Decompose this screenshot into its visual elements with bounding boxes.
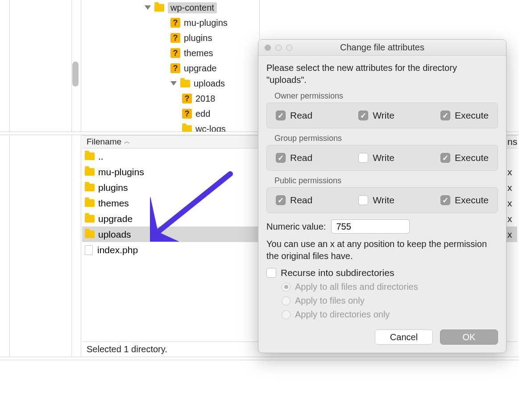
folder-icon	[180, 80, 190, 87]
recurse-checkbox[interactable]	[266, 268, 276, 278]
radio-icon	[282, 283, 291, 292]
expander-icon[interactable]	[145, 5, 151, 10]
execute-checkbox[interactable]	[440, 195, 450, 205]
write-label: Write	[373, 152, 394, 163]
folder-icon	[85, 168, 95, 176]
radio-label: Apply to all files and directories	[295, 282, 418, 292]
recurse-radio: Apply to all files and directories	[282, 282, 498, 292]
read-checkbox[interactable]	[276, 153, 286, 163]
execute-label: Execute	[455, 195, 489, 206]
folder-icon	[85, 152, 95, 160]
execute-checkbox-row[interactable]: Execute	[440, 110, 489, 121]
radio-icon	[282, 310, 291, 319]
file-icon	[85, 245, 93, 255]
read-checkbox[interactable]	[276, 111, 286, 120]
write-checkbox-row[interactable]: Write	[358, 195, 394, 206]
write-label: Write	[373, 195, 394, 206]
write-label: Write	[373, 110, 394, 121]
permission-group-label: Public permissions	[274, 176, 498, 185]
unknown-icon: ?	[170, 18, 180, 28]
read-checkbox-row[interactable]: Read	[276, 195, 312, 206]
radio-icon	[282, 296, 291, 305]
tree-item-label: mu-plugins	[184, 18, 228, 28]
tree-item[interactable]: ?edd	[82, 106, 259, 121]
tree-item[interactable]: ?upgrade	[82, 61, 259, 76]
write-checkbox[interactable]	[358, 111, 368, 120]
truncated-cell: x	[506, 211, 519, 226]
unknown-icon: ?	[170, 33, 180, 43]
dialog-instruction: Please select the new attributes for the…	[266, 62, 498, 86]
folder-icon	[85, 184, 95, 191]
expander-icon[interactable]	[170, 81, 177, 86]
list-item-label: plugins	[98, 182, 128, 193]
execute-label: Execute	[455, 152, 489, 163]
execute-label: Execute	[455, 110, 489, 121]
left-gutter	[0, 0, 10, 357]
radio-label: Apply to files only	[295, 296, 365, 306]
folder-icon	[85, 231, 95, 238]
truncated-cell	[506, 242, 519, 258]
tree-item[interactable]: ?plugins	[82, 30, 259, 45]
execute-checkbox-row[interactable]: Execute	[440, 152, 489, 163]
right-col-header: ns	[506, 135, 519, 148]
maximize-icon	[286, 45, 292, 51]
permission-group: ReadWriteExecute	[266, 145, 498, 171]
tree-item-label: themes	[184, 48, 213, 58]
tree-item-label: uploads	[194, 78, 225, 89]
numeric-value-label: Numeric value:	[266, 222, 326, 232]
bottom-splitter[interactable]	[0, 357, 519, 360]
splitter-gutter[interactable]	[71, 0, 81, 357]
directory-tree[interactable]: wp-content?mu-plugins?plugins?themes?upg…	[82, 0, 260, 132]
truncated-cell: x	[506, 195, 519, 211]
list-item-label: mu-plugins	[98, 167, 144, 177]
read-label: Read	[290, 152, 312, 163]
list-item-label: ..	[98, 151, 104, 162]
tree-item-label: plugins	[184, 33, 212, 43]
scrollbar-thumb[interactable]	[72, 62, 79, 86]
list-item-label: index.php	[97, 245, 138, 255]
write-checkbox-row[interactable]: Write	[358, 110, 394, 121]
tree-item[interactable]: ?mu-plugins	[82, 15, 259, 30]
write-checkbox[interactable]	[358, 153, 368, 163]
radio-label: Apply to directories only	[295, 309, 390, 320]
dialog-titlebar[interactable]: Change file attributes	[258, 40, 506, 56]
unknown-icon: ?	[170, 48, 180, 58]
recurse-checkbox-row[interactable]: Recurse into subdirectories	[266, 268, 498, 278]
read-checkbox-row[interactable]: Read	[276, 152, 312, 163]
tree-item-label: edd	[195, 109, 210, 119]
write-checkbox-row[interactable]: Write	[358, 152, 394, 163]
truncated-cell: x	[506, 226, 519, 242]
unknown-icon: ?	[170, 63, 180, 73]
recurse-label: Recurse into subdirectories	[281, 268, 394, 278]
change-file-attributes-dialog: Change file attributes Please select the…	[258, 39, 507, 353]
tree-item[interactable]: ?themes	[82, 45, 259, 61]
numeric-value-input[interactable]	[331, 219, 410, 234]
folder-icon	[85, 199, 95, 207]
write-checkbox[interactable]	[358, 195, 368, 205]
list-item-label: themes	[98, 198, 129, 209]
column-header-label: Filename	[87, 137, 121, 147]
close-icon[interactable]	[265, 45, 271, 51]
cancel-button[interactable]: Cancel	[375, 329, 433, 345]
read-checkbox[interactable]	[276, 195, 286, 205]
execute-checkbox[interactable]	[440, 153, 450, 163]
recurse-radio: Apply to files only	[282, 296, 498, 306]
ok-button[interactable]: OK	[440, 329, 498, 345]
right-truncated-column: ns xxxxx	[506, 135, 519, 258]
tree-item[interactable]: ?2018	[82, 91, 259, 106]
status-text: Selected 1 directory.	[87, 344, 167, 354]
execute-checkbox[interactable]	[440, 111, 450, 120]
unknown-icon: ?	[182, 109, 192, 119]
hint-text: You can use an x at any position to keep…	[266, 238, 498, 262]
dialog-title: Change file attributes	[258, 42, 506, 53]
list-item-label: uploads	[98, 229, 131, 240]
read-checkbox-row[interactable]: Read	[276, 110, 312, 121]
recurse-radio: Apply to directories only	[282, 309, 498, 320]
tree-item-label: upgrade	[184, 63, 216, 74]
folder-icon	[85, 215, 95, 222]
tree-item[interactable]: uploads	[82, 76, 259, 91]
truncated-cell	[506, 148, 519, 164]
permission-group-label: Owner permissions	[274, 91, 498, 101]
tree-item[interactable]: wp-content	[82, 0, 259, 15]
execute-checkbox-row[interactable]: Execute	[440, 195, 489, 206]
